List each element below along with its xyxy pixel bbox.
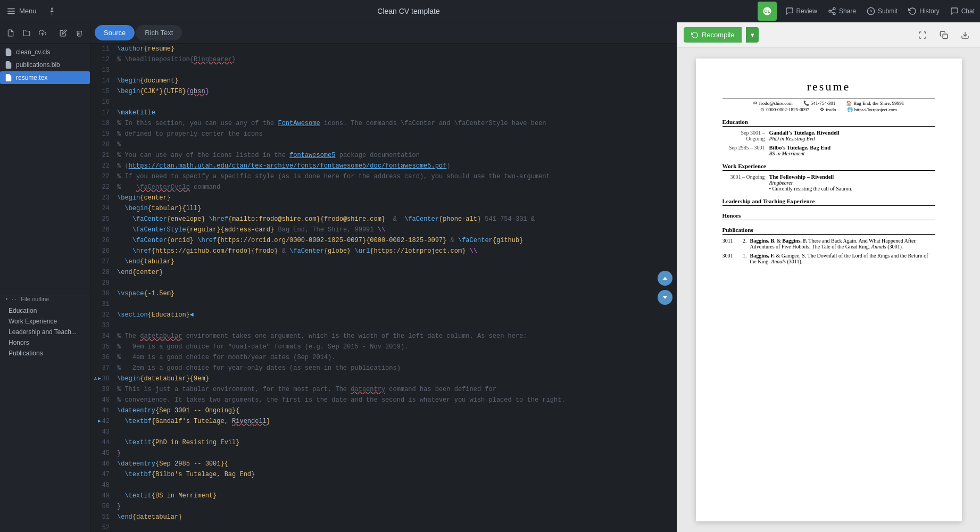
file-icon-tex	[4, 73, 13, 82]
preview-download-button[interactable]	[957, 27, 974, 44]
edu-entry-1: Sep 3001 – Ongoing Gandalf's Tutelage, R…	[722, 130, 935, 142]
tab-rich-text-label: Rich Text	[145, 29, 173, 37]
file-name-tex: resume.tex	[16, 74, 74, 81]
app-title: Clean CV template	[60, 7, 758, 15]
recompile-dropdown-button[interactable]: ▾	[746, 27, 759, 43]
pub-year-1: 3011	[722, 238, 733, 250]
share-button[interactable]: Share	[823, 5, 861, 18]
outline-item-publications[interactable]: Publications	[0, 348, 90, 359]
svg-point-5	[833, 7, 835, 10]
leadership-divider	[722, 205, 935, 206]
chat-button[interactable]: Chat	[945, 5, 980, 18]
edu-org-1: Gandalf's Tutelage, Rivendell	[769, 130, 935, 136]
overleaf-icon: OL	[758, 2, 777, 21]
edu-date-1: Sep 3001 – Ongoing	[722, 130, 765, 142]
work-content-1: The Fellowship – Rivendell Ringbearer • …	[769, 174, 935, 192]
pub-year-2: 3001	[722, 253, 733, 264]
preview-fullscreen-button[interactable]	[914, 27, 931, 44]
editor-nav	[658, 271, 672, 305]
preview-section-education: Education	[722, 119, 935, 125]
orcid-icon: ⊙	[760, 107, 765, 112]
preview-section-honors: Honors	[722, 212, 935, 219]
editor-container: 1112131415161718192021222222232425262626…	[90, 44, 677, 532]
phone-icon: 📞	[803, 101, 809, 106]
preview-contact-2: ⊙ 0000-0002-1825-0097 ⚙ frodo 🌐 https://…	[722, 107, 935, 112]
pub-text-2: Baggins, F. & Gamgee, S. The Downfall of…	[750, 253, 935, 264]
delete-file-button[interactable]	[73, 27, 86, 39]
outline-title: File outline	[21, 296, 49, 302]
preview-title-divider	[722, 98, 935, 98]
sidebar-divider	[0, 288, 90, 288]
orcid-value: 0000-0002-1825-0097	[766, 107, 809, 112]
editor-gutter: 1112131415161718192021222222232425262626…	[90, 44, 113, 532]
tab-source-label: Source	[104, 29, 126, 37]
file-list: clean_cv.cls publications.bib resume.tex…	[0, 44, 90, 286]
file-item-tex[interactable]: resume.tex ···	[0, 71, 90, 84]
file-icon-bib	[4, 61, 13, 69]
chat-label: Chat	[961, 7, 975, 15]
new-file-button[interactable]	[4, 27, 17, 39]
sidebar-toolbar	[0, 22, 90, 44]
work-org-1: The Fellowship – Rivendell	[769, 174, 935, 180]
review-button[interactable]: Review	[780, 5, 823, 18]
recompile-button[interactable]: Recompile	[684, 27, 742, 43]
preview-copy-button[interactable]	[935, 27, 952, 44]
preview-section-leadership: Leadership and Teaching Experience	[722, 198, 935, 204]
github-icon: ⚙	[820, 107, 824, 112]
contact-orcid: ⊙ 0000-0002-1825-0097	[760, 107, 809, 112]
history-button[interactable]: History	[903, 5, 944, 18]
work-role-1: Ringbearer	[769, 180, 935, 186]
honors-divider	[722, 220, 935, 220]
pub-num-2: 1.	[736, 253, 747, 264]
outline-item-work[interactable]: Work Experience	[0, 316, 90, 327]
outline-item-leadership[interactable]: Leadership and Teach...	[0, 327, 90, 337]
edu-entry-2: Sep 2985 – 3001 Bilbo's Tutelage, Bag En…	[722, 145, 935, 156]
work-divider	[722, 170, 935, 171]
preview-section-publications: Publications	[722, 227, 935, 233]
file-item-cls[interactable]: clean_cv.cls	[0, 46, 90, 59]
editor-tabs: Source Rich Text	[90, 22, 677, 44]
file-name-bib: publications.bib	[16, 61, 86, 69]
submit-button[interactable]: Submit	[861, 5, 903, 18]
preview-contact: ✉ frodo@shire.com 📞 541-754-301 🏠 Bag En…	[722, 101, 935, 106]
editor-content[interactable]: \author{resume}% \headlineposition{Ringb…	[113, 44, 677, 532]
nav-down-button[interactable]	[658, 290, 672, 305]
work-date-1: 3001 – Ongoing	[722, 174, 765, 192]
file-outline: Education Work Experience Leadership and…	[0, 305, 90, 359]
pub-text-1: Baggins, B. & Baggins, F. There and Back…	[750, 238, 935, 250]
edit-file-button[interactable]	[57, 27, 70, 39]
svg-rect-12	[943, 34, 948, 39]
contact-github: ⚙ frodo	[820, 107, 836, 112]
email-icon: ✉	[753, 101, 758, 106]
new-folder-button[interactable]	[20, 27, 33, 39]
edu-divider	[722, 126, 935, 127]
menu-label: Menu	[19, 7, 37, 15]
outline-item-honors[interactable]: Honors	[0, 337, 90, 348]
contact-address: 🏠 Bag End, the Shire, 99991	[846, 101, 904, 106]
right-panel: Recompile ▾ resume ✉ frodo@shire	[677, 22, 980, 532]
svg-line-8	[831, 12, 834, 13]
preview-paper: resume ✉ frodo@shire.com 📞 541-754-301 🏠…	[696, 59, 962, 521]
preview-area[interactable]: resume ✉ frodo@shire.com 📞 541-754-301 🏠…	[677, 48, 980, 532]
menu-button[interactable]: Menu	[0, 6, 43, 16]
preview-toolbar: Recompile ▾	[677, 22, 980, 48]
globe-icon: 🌐	[847, 107, 853, 112]
nav-up-button[interactable]	[658, 271, 672, 286]
pub-entry-2: 3001 1. Baggins, F. & Gamgee, S. The Dow…	[722, 253, 935, 264]
edu-content-2: Bilbo's Tutelage, Bag End BS in Merrimen…	[769, 145, 935, 156]
file-item-bib[interactable]: publications.bib	[0, 59, 90, 71]
github-value: frodo	[826, 107, 836, 112]
edu-sub-1: PhD in Resisting Evil	[769, 136, 935, 142]
pub-num-1: 2.	[736, 238, 747, 250]
pin-button[interactable]	[43, 3, 60, 20]
tab-rich-text[interactable]: Rich Text	[136, 25, 182, 40]
email-value: frodo@shire.com	[759, 101, 793, 106]
file-name-cls: clean_cv.cls	[16, 48, 86, 56]
outline-header[interactable]: ··· File outline	[0, 293, 90, 305]
contact-email: ✉ frodo@shire.com	[753, 101, 793, 106]
preview-section-work: Work Experience	[722, 163, 935, 169]
upload-button[interactable]	[36, 27, 49, 39]
work-bullet-1: • Currently resisting the call of Sauron…	[769, 186, 935, 192]
tab-source[interactable]: Source	[95, 25, 135, 40]
outline-item-education[interactable]: Education	[0, 305, 90, 316]
